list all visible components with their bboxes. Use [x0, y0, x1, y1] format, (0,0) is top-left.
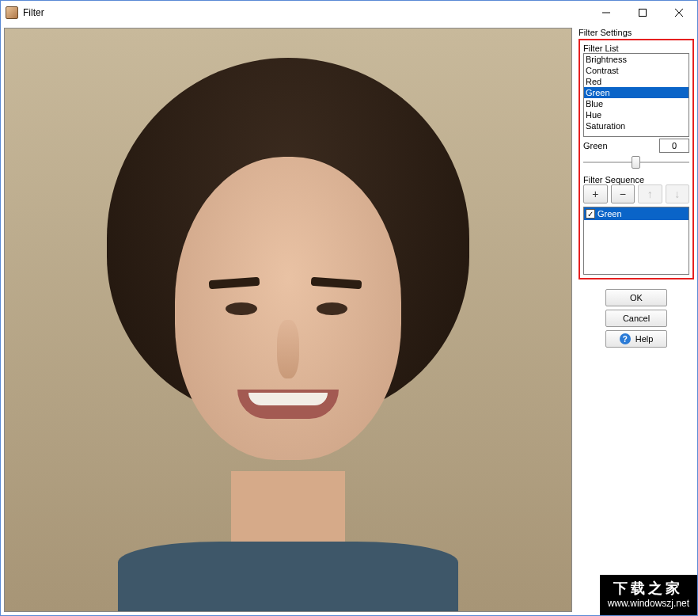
app-icon — [6, 6, 18, 19]
filter-item-contrast[interactable]: Contrast — [584, 65, 689, 76]
window-controls — [588, 1, 697, 25]
close-button[interactable] — [661, 1, 697, 25]
value-field[interactable]: 0 — [659, 139, 689, 153]
side-panel: Filter Settings Filter List BrightnessCo… — [579, 28, 694, 612]
window-title: Filter — [23, 7, 588, 18]
filter-item-saturation[interactable]: Saturation — [584, 120, 689, 131]
filter-settings-label: Filter Settings — [579, 28, 694, 37]
highlighted-region: Filter List BrightnessContrastRedGreenBl… — [579, 39, 694, 279]
maximize-button[interactable] — [624, 1, 661, 25]
sequence-remove-button[interactable]: − — [611, 184, 635, 203]
watermark: 下载之家 www.windowszj.net — [600, 575, 697, 615]
watermark-url: www.windowszj.net — [608, 598, 689, 610]
filter-sequence-label: Filter Sequence — [583, 175, 689, 184]
filter-list-label: Filter List — [583, 44, 689, 53]
cancel-button[interactable]: Cancel — [605, 310, 667, 327]
ok-button[interactable]: OK — [605, 289, 667, 306]
sequence-move-up-button[interactable]: ↑ — [638, 184, 662, 203]
plus-icon: + — [592, 188, 598, 200]
sequence-item-label: Green — [597, 209, 622, 219]
sequence-item-checkbox[interactable]: ✓ — [586, 209, 595, 219]
filter-item-green[interactable]: Green — [584, 87, 689, 98]
filter-item-hue[interactable]: Hue — [584, 109, 689, 120]
minimize-button[interactable] — [588, 1, 624, 25]
value-label: Green — [583, 141, 608, 150]
filter-listbox[interactable]: BrightnessContrastRedGreenBlueHueSaturat… — [583, 53, 689, 137]
help-icon: ? — [620, 333, 631, 344]
arrow-up-icon: ↑ — [647, 188, 653, 200]
sequence-move-down-button[interactable]: ↓ — [666, 184, 690, 203]
minus-icon: − — [620, 188, 626, 200]
filter-item-red[interactable]: Red — [584, 76, 689, 87]
preview-image — [4, 28, 572, 612]
slider-thumb[interactable] — [632, 156, 640, 169]
titlebar[interactable]: Filter — [1, 1, 697, 25]
watermark-title: 下载之家 — [608, 580, 689, 598]
svg-rect-0 — [639, 10, 647, 17]
sequence-add-button[interactable]: + — [583, 184, 608, 203]
arrow-down-icon: ↓ — [674, 188, 680, 200]
filter-item-blue[interactable]: Blue — [584, 98, 689, 109]
help-button[interactable]: ? Help — [605, 330, 667, 348]
value-slider[interactable] — [583, 154, 689, 170]
filter-item-brightness[interactable]: Brightness — [584, 54, 689, 65]
filter-dialog-window: Filter Filter Settings — [0, 0, 698, 616]
sequence-listbox[interactable]: ✓Green — [583, 207, 689, 275]
sequence-item-green[interactable]: ✓Green — [584, 207, 689, 220]
